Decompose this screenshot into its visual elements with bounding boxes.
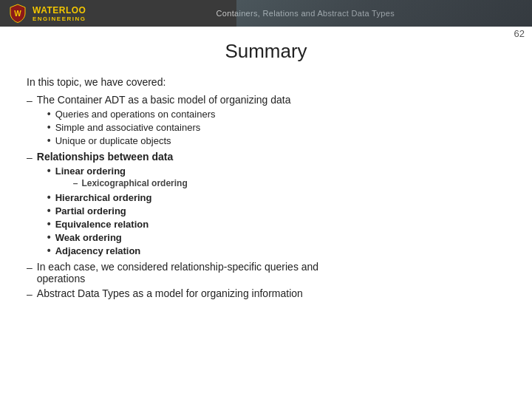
dash-text-line: The Container ADT as a basic model of or… xyxy=(37,94,291,106)
bullet-symbol: • xyxy=(47,165,51,177)
sub-list: •Linear ordering–Lexicographical orderin… xyxy=(37,165,505,256)
sub-text: Adjacency relation xyxy=(55,245,141,256)
bullet-symbol: • xyxy=(47,218,51,230)
sub-item: •Partial ordering xyxy=(47,205,505,216)
sub-item-content: Simple and associative containers xyxy=(55,121,201,133)
sub-text: Partial ordering xyxy=(55,205,126,216)
subsub-item: –Lexicographical ordering xyxy=(73,178,188,188)
dash-item: –Relationships between data•Linear order… xyxy=(27,151,505,258)
sub-text: Linear ordering xyxy=(55,166,126,177)
dash-text-line: Relationships between data xyxy=(37,151,173,163)
sub-item: •Hierarchical ordering xyxy=(47,191,505,203)
page-heading: Summary xyxy=(27,40,505,63)
logo-area: W WATERLOO ENGINEERING xyxy=(7,3,86,24)
sub-text: Unique or duplicate objects xyxy=(55,135,171,146)
bullet-symbol: • xyxy=(47,191,51,203)
sub-item: •Weak ordering xyxy=(47,231,505,243)
engineering-label: ENGINEERING xyxy=(33,16,86,22)
sub-item: •Adjacency relation xyxy=(47,245,505,256)
bullet-symbol: • xyxy=(47,134,51,146)
dash-symbol: – xyxy=(27,151,33,163)
subsub-dash: – xyxy=(73,178,78,188)
sub-item-content: Weak ordering xyxy=(55,231,122,243)
header-bg-decoration xyxy=(236,0,532,27)
shield-icon: W xyxy=(7,3,28,24)
dash-item: –In each case, we considered relationshi… xyxy=(27,261,505,284)
dash-symbol: – xyxy=(27,95,33,106)
sub-text: Equivalence relation xyxy=(55,219,149,230)
dash-item: –Abstract Data Types as a model for orga… xyxy=(27,287,505,300)
bullet-symbol: • xyxy=(47,121,51,133)
waterloo-name: WATERLOO xyxy=(33,5,86,16)
sections-container: –The Container ADT as a basic model of o… xyxy=(27,94,505,300)
sub-item-content: Partial ordering xyxy=(55,205,126,216)
intro-text: In this topic, we have covered: xyxy=(27,76,505,88)
dash-text-line: Abstract Data Types as a model for organ… xyxy=(37,287,303,299)
sub-list: •Queries and operations on containers•Si… xyxy=(37,108,505,146)
sub-text: Simple and associative containers xyxy=(55,122,201,133)
dash-symbol: – xyxy=(27,262,33,273)
sub-text: Queries and operations on containers xyxy=(55,109,216,120)
bullet-symbol: • xyxy=(47,231,51,243)
bullet-symbol: • xyxy=(47,205,51,216)
sub-item: •Queries and operations on containers xyxy=(47,108,505,120)
sub-item: •Unique or duplicate objects xyxy=(47,134,505,146)
dash-content: Relationships between data•Linear orderi… xyxy=(37,151,505,258)
dash-text-line: operations xyxy=(37,273,85,284)
sub-item-content: Queries and operations on containers xyxy=(55,108,216,120)
dash-content: Abstract Data Types as a model for organ… xyxy=(37,287,505,299)
header-bar: W WATERLOO ENGINEERING Containers, Relat… xyxy=(0,0,532,27)
sub-item: •Linear ordering–Lexicographical orderin… xyxy=(47,165,505,190)
svg-text:W: W xyxy=(14,10,21,18)
bullet-symbol: • xyxy=(47,108,51,120)
subsub-list: –Lexicographical ordering xyxy=(55,178,188,188)
sub-item-content: Hierarchical ordering xyxy=(55,191,152,203)
waterloo-logo-text: WATERLOO ENGINEERING xyxy=(33,5,86,22)
subsub-text: Lexicographical ordering xyxy=(81,178,187,188)
sub-item: •Equivalence relation xyxy=(47,218,505,230)
main-content: Summary In this topic, we have covered: … xyxy=(0,27,532,399)
sub-text: Weak ordering xyxy=(55,232,122,243)
sub-item-content: Linear ordering–Lexicographical ordering xyxy=(55,165,188,190)
dash-content: The Container ADT as a basic model of or… xyxy=(37,94,505,148)
sub-item-content: Unique or duplicate objects xyxy=(55,134,171,146)
sub-text: Hierarchical ordering xyxy=(55,192,152,203)
sub-item-content: Adjacency relation xyxy=(55,245,141,256)
dash-content: In each case, we considered relationship… xyxy=(37,261,505,284)
bullet-symbol: • xyxy=(47,245,51,256)
dash-text-line: In each case, we considered relationship… xyxy=(37,261,318,273)
dash-item: –The Container ADT as a basic model of o… xyxy=(27,94,505,148)
sub-item: •Simple and associative containers xyxy=(47,121,505,133)
sub-item-content: Equivalence relation xyxy=(55,218,149,230)
dash-symbol: – xyxy=(27,288,33,300)
